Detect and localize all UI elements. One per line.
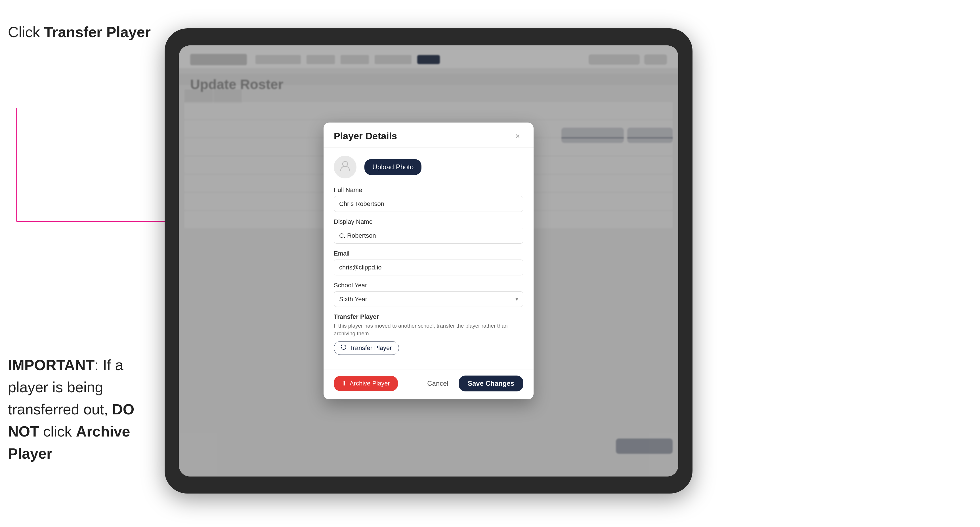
save-changes-button[interactable]: Save Changes xyxy=(459,376,523,391)
photo-upload-section: Upload Photo xyxy=(334,156,523,178)
instruction-bottom: IMPORTANT: If a player is being transfer… xyxy=(8,354,161,465)
modal-footer: ⬆ Archive Player Cancel Save Changes xyxy=(323,370,534,399)
full-name-input[interactable] xyxy=(334,196,523,212)
modal-body: Upload Photo Full Name Display Name xyxy=(323,148,534,370)
svg-point-3 xyxy=(342,161,348,167)
archive-player-button[interactable]: ⬆ Archive Player xyxy=(334,376,398,391)
display-name-input[interactable] xyxy=(334,228,523,244)
modal-title: Player Details xyxy=(334,130,397,141)
instruction-top-bold: Transfer Player xyxy=(44,24,151,40)
instruction-top: Click Transfer Player xyxy=(8,23,151,42)
email-label: Email xyxy=(334,250,523,257)
display-name-label: Display Name xyxy=(334,218,523,225)
modal-overlay: Player Details × xyxy=(179,45,678,476)
player-details-modal: Player Details × xyxy=(323,122,534,399)
upload-photo-button[interactable]: Upload Photo xyxy=(364,159,422,175)
cancel-button[interactable]: Cancel xyxy=(422,376,454,391)
avatar-circle xyxy=(334,156,356,178)
instruction-top-prefix: Click xyxy=(8,24,44,40)
archive-btn-label: Archive Player xyxy=(350,380,390,387)
transfer-icon xyxy=(341,344,347,352)
school-year-group: School Year First Year Second Year Third… xyxy=(334,282,523,307)
avatar-icon xyxy=(339,159,352,175)
annotation-arrow xyxy=(14,108,184,244)
school-year-select-wrapper: First Year Second Year Third Year Fourth… xyxy=(334,291,523,307)
footer-right-actions: Cancel Save Changes xyxy=(422,376,523,391)
school-year-select[interactable]: First Year Second Year Third Year Fourth… xyxy=(334,291,523,307)
transfer-description: If this player has moved to another scho… xyxy=(334,322,523,337)
transfer-label: Transfer Player xyxy=(334,313,523,321)
tablet-screen: Update Roster xyxy=(179,45,678,476)
display-name-group: Display Name xyxy=(334,218,523,244)
school-year-label: School Year xyxy=(334,282,523,289)
full-name-label: Full Name xyxy=(334,186,523,194)
modal-close-button[interactable]: × xyxy=(512,130,523,142)
modal-header: Player Details × xyxy=(323,122,534,148)
transfer-btn-label: Transfer Player xyxy=(349,344,392,352)
email-group: Email xyxy=(334,250,523,275)
tablet-device: Update Roster xyxy=(165,29,692,494)
transfer-section: Transfer Player If this player has moved… xyxy=(334,313,523,355)
instruction-important: IMPORTANT xyxy=(8,357,94,373)
transfer-player-button[interactable]: Transfer Player xyxy=(334,341,399,355)
archive-icon: ⬆ xyxy=(342,380,347,387)
full-name-group: Full Name xyxy=(334,186,523,212)
email-input[interactable] xyxy=(334,260,523,275)
